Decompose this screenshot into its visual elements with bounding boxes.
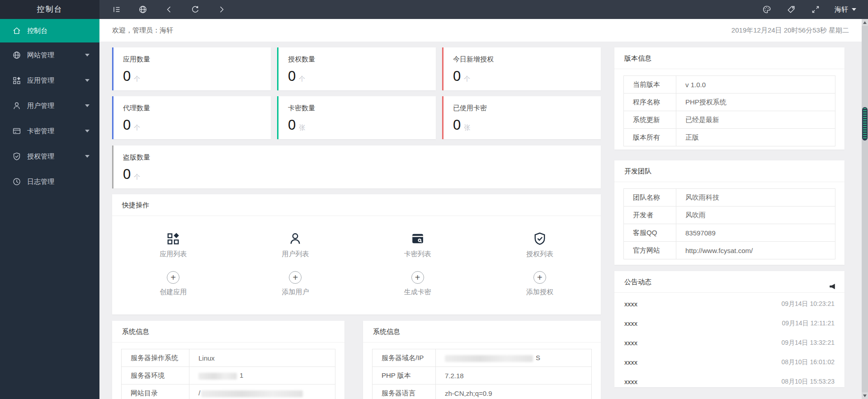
clock-icon — [12, 177, 21, 186]
row-value: PHP授权系统 — [676, 94, 835, 111]
collapse-sidebar-icon[interactable] — [111, 4, 122, 15]
table-row: 当前版本v 1.0.0 — [624, 76, 835, 94]
stat-card-agents: 代理数量 0个 — [112, 96, 271, 139]
refresh-icon[interactable] — [190, 4, 201, 15]
table-row: 系统更新已经是最新 — [624, 111, 835, 129]
stat-row-2: 代理数量 0个 卡密数量 0张 已使用卡密 0张 — [112, 96, 601, 139]
stat-unit: 个 — [134, 173, 140, 180]
stat-unit: 个 — [299, 75, 305, 82]
row-value: 风吹雨科技 — [676, 189, 835, 207]
sidebar-item-label: 用户管理 — [27, 102, 54, 110]
quick-action-label: 授权列表 — [526, 250, 553, 258]
row-label: PHP 版本 — [373, 367, 436, 385]
dev-team-panel: 开发团队 团队名称风吹雨科技 开发者风吹雨 客服QQ83597089 官方网站h… — [614, 160, 844, 265]
stat-unit: 个 — [134, 75, 140, 82]
announcement-item[interactable]: xxxx 08月10日 16:01:02 — [614, 352, 844, 372]
system-info-left-table: 服务器操作系统 Linux 服务器环境 1 网站目录 / — [121, 349, 335, 399]
sidebar-item-users[interactable]: 用户管理 — [0, 93, 99, 118]
quick-action-app-list[interactable]: 应用列表 — [160, 231, 187, 258]
system-info-right-panel: 系统信息 服务器域名/IP S PHP 版本 7.2.18 服务器语言 zh-C… — [363, 321, 601, 399]
back-icon[interactable] — [164, 4, 175, 15]
shield-check-icon — [533, 231, 547, 246]
scroll-up-button[interactable] — [862, 19, 868, 26]
accent-bar — [277, 47, 278, 90]
version-info-panel: 版本信息 当前版本v 1.0.0 程序名称PHP授权系统 系统更新已经是最新 版… — [614, 47, 844, 150]
row-value: 1 — [189, 367, 335, 385]
row-value: http://www.fcysat.com/ — [676, 242, 835, 259]
quick-action-add-license[interactable]: + 添加授权 — [526, 271, 553, 296]
user-menu[interactable]: 海轩 — [835, 0, 856, 19]
announcement-item[interactable]: xxxx 08月10日 15:53:23 — [614, 372, 844, 391]
username: 海轩 — [835, 5, 848, 14]
system-info-left-panel: 系统信息 服务器操作系统 Linux 服务器环境 1 网站目录 / — [112, 321, 344, 399]
home-icon — [12, 26, 21, 35]
announcement-time: 09月14日 10:23:21 — [781, 300, 835, 308]
scrollbar-thumb[interactable] — [862, 107, 868, 141]
quick-action-label: 应用列表 — [160, 250, 187, 258]
row-label: 官方网站 — [624, 242, 676, 259]
apps-icon — [166, 231, 180, 246]
sidebar-item-apps[interactable]: 应用管理 — [0, 68, 99, 93]
palette-icon[interactable] — [761, 4, 772, 15]
row-value: 风吹雨 — [676, 207, 835, 224]
sidebar-item-cards[interactable]: 卡密管理 — [0, 118, 99, 144]
stat-title: 应用数量 — [123, 55, 260, 64]
shield-check-icon — [12, 152, 21, 161]
quick-action-user-list[interactable]: 用户列表 — [282, 231, 309, 258]
row-value: 正版 — [676, 129, 835, 146]
stat-title: 卡密数量 — [288, 104, 425, 113]
sidebar-item-label: 控制台 — [27, 27, 47, 35]
caret-down-icon — [852, 8, 856, 11]
topbar-right: 海轩 — [761, 0, 856, 19]
caret-down-icon — [85, 104, 90, 107]
announcement-time: 08月10日 15:53:23 — [781, 378, 835, 386]
forward-icon[interactable] — [216, 4, 227, 15]
panel-title: 系统信息 — [363, 321, 601, 343]
quick-action-license-list[interactable]: 授权列表 — [526, 231, 553, 258]
table-row: 服务器操作系统 Linux — [122, 349, 335, 367]
row-label: 服务器语言 — [373, 385, 436, 399]
quick-action-card-list[interactable]: 卡密列表 — [404, 231, 431, 258]
quick-actions-adds: + 创建应用 + 添加用户 + 生成卡密 + 添加授权 — [112, 271, 601, 296]
plus-circle-icon: + — [533, 271, 546, 284]
stat-title: 授权数量 — [288, 55, 425, 64]
stat-value: 0 — [123, 166, 131, 182]
announcement-list: xxxx 09月14日 10:23:21 xxxx 09月14日 12:11:2… — [614, 293, 844, 391]
sidebar-item-website[interactable]: 网站管理 — [0, 42, 99, 68]
tag-icon[interactable] — [786, 4, 797, 15]
sidebar-item-label: 网站管理 — [27, 51, 54, 60]
language-icon[interactable] — [137, 4, 148, 15]
scroll-down-button[interactable] — [862, 392, 868, 399]
announcement-item[interactable]: xxxx 09月14日 13:32:21 — [614, 333, 844, 352]
sidebar-item-dashboard[interactable]: 控制台 — [0, 19, 99, 42]
sidebar-item-licenses[interactable]: 授权管理 — [0, 144, 99, 169]
announcement-item[interactable]: xxxx 09月14日 12:11:21 — [614, 314, 844, 333]
system-info-right-table: 服务器域名/IP S PHP 版本 7.2.18 服务器语言 zh-CN,zh;… — [372, 349, 592, 399]
version-info-table: 当前版本v 1.0.0 程序名称PHP授权系统 系统更新已经是最新 版本所有正版 — [623, 75, 835, 146]
stat-value: 0 — [453, 117, 461, 133]
quick-action-add-user[interactable]: + 添加用户 — [282, 271, 309, 296]
row-value: v 1.0.0 — [676, 76, 835, 94]
table-row: 版本所有正版 — [624, 129, 835, 146]
accent-bar — [442, 96, 443, 139]
row-label: 服务器环境 — [122, 367, 189, 385]
row-value: / — [189, 385, 335, 399]
user-icon — [12, 101, 21, 110]
stat-card-used-cards: 已使用卡密 0张 — [442, 96, 601, 139]
quick-action-generate-card[interactable]: + 生成卡密 — [404, 271, 431, 296]
row-value: S — [436, 349, 592, 367]
announcement-item[interactable]: xxxx 09月14日 10:23:21 — [614, 294, 844, 314]
sidebar-item-logs[interactable]: 日志管理 — [0, 169, 99, 194]
fullscreen-icon[interactable] — [810, 4, 821, 15]
datetime-text: 2019年12月24日 20时56分53秒 星期二 — [731, 19, 849, 42]
row-label: 网站目录 — [122, 385, 189, 399]
announcement-time: 09月14日 13:32:21 — [781, 339, 835, 347]
quick-action-create-app[interactable]: + 创建应用 — [160, 271, 187, 296]
plus-circle-icon: + — [167, 271, 179, 284]
row-label: 程序名称 — [624, 94, 676, 111]
sidebar-item-label: 卡密管理 — [27, 127, 54, 136]
stat-title: 盗版数量 — [123, 153, 590, 162]
accent-bar — [442, 47, 443, 90]
card-key-icon — [410, 231, 425, 246]
stat-title: 代理数量 — [123, 104, 260, 113]
